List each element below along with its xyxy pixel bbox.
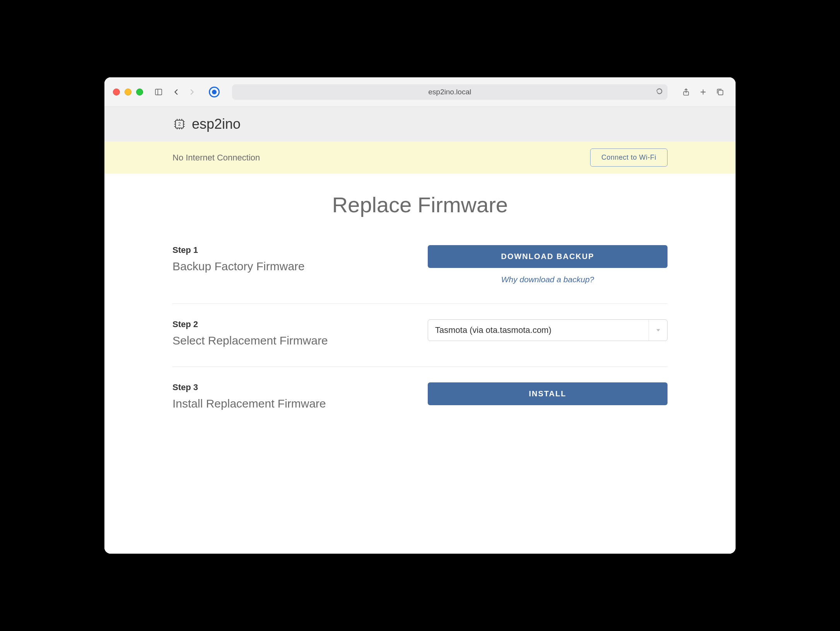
new-tab-button[interactable]	[696, 85, 710, 99]
close-window-button[interactable]	[113, 89, 120, 96]
sidebar-toggle-button[interactable]	[152, 85, 166, 99]
step-number: Step 1	[172, 245, 412, 255]
share-button[interactable]	[679, 85, 693, 99]
chevron-down-icon	[649, 320, 667, 341]
window-controls	[113, 89, 143, 96]
step-number: Step 3	[172, 382, 412, 392]
svg-rect-0	[155, 89, 162, 95]
step-title: Install Replacement Firmware	[172, 397, 412, 410]
forward-button[interactable]	[185, 85, 199, 99]
minimize-window-button[interactable]	[125, 89, 131, 96]
browser-chrome: esp2ino.local	[104, 77, 736, 107]
reload-button[interactable]	[656, 88, 663, 96]
toolbar-right	[679, 85, 727, 99]
download-backup-button[interactable]: DOWNLOAD BACKUP	[428, 245, 668, 268]
chip-icon: 2	[172, 117, 186, 131]
step-1: Step 1 Backup Factory Firmware DOWNLOAD …	[172, 245, 668, 304]
step-title: Select Replacement Firmware	[172, 334, 412, 347]
firmware-select[interactable]: Tasmota (via ota.tasmota.com)	[428, 319, 668, 341]
url-text: esp2ino.local	[429, 88, 471, 96]
install-button[interactable]: INSTALL	[428, 382, 668, 405]
address-bar[interactable]: esp2ino.local	[232, 84, 668, 100]
navigation-buttons	[169, 85, 199, 99]
brand-logo: 2 esp2ino	[172, 116, 668, 132]
brand-name: esp2ino	[192, 116, 241, 132]
step-3: Step 3 Install Replacement Firmware INST…	[172, 367, 668, 410]
notice-message: No Internet Connection	[172, 153, 260, 163]
onepassword-extension-icon[interactable]	[209, 87, 220, 97]
svg-rect-5	[718, 90, 723, 95]
page-title: Replace Firmware	[104, 192, 736, 217]
connection-notice-bar: No Internet Connection Connect to Wi-Fi	[104, 142, 736, 174]
browser-window: esp2ino.local	[104, 77, 736, 554]
step-2: Step 2 Select Replacement Firmware Tasmo…	[172, 304, 668, 367]
svg-text:2: 2	[178, 121, 181, 127]
page-header: 2 esp2ino	[104, 107, 736, 142]
step-title: Backup Factory Firmware	[172, 260, 412, 273]
main-content: Replace Firmware Step 1 Backup Factory F…	[104, 174, 736, 554]
tabs-overview-button[interactable]	[713, 85, 727, 99]
maximize-window-button[interactable]	[136, 89, 143, 96]
why-backup-link[interactable]: Why download a backup?	[501, 275, 594, 284]
step-number: Step 2	[172, 319, 412, 329]
select-value: Tasmota (via ota.tasmota.com)	[435, 325, 551, 335]
back-button[interactable]	[169, 85, 183, 99]
connect-wifi-button[interactable]: Connect to Wi-Fi	[590, 148, 668, 167]
svg-marker-20	[656, 329, 660, 331]
